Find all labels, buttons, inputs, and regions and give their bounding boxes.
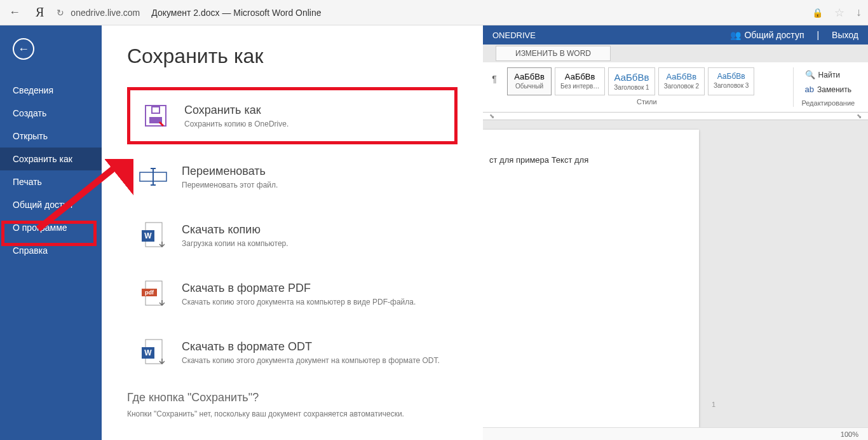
status-bar: 100%	[483, 427, 868, 440]
style-no-spacing[interactable]: АаБбВв Без интерв…	[555, 67, 605, 95]
style-heading2[interactable]: АаБбВв Заголовок 2	[658, 67, 705, 95]
save-icon	[137, 100, 175, 132]
refresh-icon[interactable]: ↻	[57, 8, 64, 18]
option-desc: Переименовать этот файл.	[182, 181, 278, 189]
option-download-pdf[interactable]: pdf Скачать в формате PDF Скачать копию …	[127, 268, 458, 320]
option-download-copy[interactable]: W Скачать копию Загрузка копии на компью…	[127, 209, 458, 261]
page-title-text: Документ 2.docx — Microsoft Word Online	[151, 8, 321, 18]
document-page[interactable]: ст для примера Текст для	[483, 130, 699, 427]
option-title: Сохранить как	[184, 104, 288, 117]
svg-text:W: W	[144, 348, 152, 357]
option-desc: Скачать копию этого документа документ н…	[182, 356, 440, 365]
download-icon[interactable]: ↓	[856, 6, 862, 19]
share-button[interactable]: 👥 Общий доступ	[730, 30, 804, 40]
menu-item-info[interactable]: Сведения	[0, 79, 102, 102]
where-save-desc: Кнопки "Сохранить" нет, поскольку ваш до…	[127, 409, 458, 418]
style-heading3[interactable]: АаБбВв Заголовок 3	[708, 67, 754, 95]
lock-icon: 🔒	[812, 8, 823, 18]
document-area: ст для примера Текст для 1	[483, 120, 868, 427]
pdf-doc-icon: pdf	[134, 278, 172, 310]
menu-item-create[interactable]: Создать	[0, 102, 102, 125]
url-text[interactable]: onedrive.live.com	[71, 8, 140, 18]
option-title: Скачать в формате ODT	[182, 340, 440, 354]
menu-item-open[interactable]: Открыть	[0, 125, 102, 148]
style-normal[interactable]: АаБбВв Обычный	[507, 67, 552, 95]
rename-icon	[134, 161, 172, 193]
logout-link[interactable]: Выход	[832, 30, 858, 40]
edit-in-word-button[interactable]: ИЗМЕНИТЬ В WORD	[496, 46, 611, 61]
option-download-odt[interactable]: W Скачать в формате ODT Скачать копию эт…	[127, 326, 458, 378]
ribbon: ¶ АаБбВв Обычный АаБбВв Без интерв… АаБб…	[483, 62, 868, 113]
backstage-content: Сохранить как Сохранить как Сохранить ко…	[102, 25, 483, 440]
yandex-logo[interactable]: Я	[29, 5, 50, 20]
editing-label: Редактирование	[801, 97, 855, 107]
search-icon: 🔍	[805, 70, 815, 79]
option-save-as[interactable]: Сохранить как Сохранить копию в OneDrive…	[127, 87, 458, 144]
backstage-sidebar: ← Сведения Создать Открыть Сохранить как…	[0, 25, 102, 440]
onedrive-label[interactable]: ONEDRIVE	[492, 31, 536, 40]
option-desc: Скачать копию этого документа на компьют…	[182, 298, 416, 306]
word-header: ONEDRIVE 👥 Общий доступ | Выход	[483, 25, 868, 45]
document-text: ст для примера Текст для	[489, 155, 686, 165]
zoom-level[interactable]: 100%	[841, 430, 858, 438]
option-title: Скачать копию	[182, 223, 288, 237]
backstage-title: Сохранить как	[127, 45, 458, 68]
menu-item-help[interactable]: Справка	[0, 239, 102, 262]
svg-text:pdf: pdf	[145, 289, 154, 296]
menu-item-about[interactable]: О программе	[0, 216, 102, 239]
menu-item-save-as[interactable]: Сохранить как	[0, 148, 102, 170]
find-button[interactable]: 🔍 Найти	[801, 67, 855, 82]
word-subheader: ИЗМЕНИТЬ В WORD	[483, 45, 868, 62]
svg-text:W: W	[144, 231, 152, 240]
menu-item-print[interactable]: Печать	[0, 170, 102, 193]
browser-address-bar: ← Я ↻ onedrive.live.com Документ 2.docx …	[0, 0, 868, 25]
option-title: Переименовать	[182, 165, 278, 178]
option-title: Скачать в формате PDF	[182, 282, 416, 295]
share-icon: 👥	[730, 30, 741, 40]
where-save-title: Где кнопка "Сохранить"?	[127, 391, 458, 404]
option-desc: Загрузка копии на компьютер.	[182, 239, 288, 248]
odt-doc-icon: W	[134, 336, 172, 368]
word-doc-icon: W	[134, 219, 172, 251]
styles-label: Стили	[507, 95, 787, 106]
back-button[interactable]: ←	[13, 38, 34, 60]
option-desc: Сохранить копию в OneDrive.	[184, 120, 288, 128]
expand-icon[interactable]: ⬊	[857, 113, 862, 120]
svg-rect-2	[152, 107, 159, 113]
menu-item-share[interactable]: Общий доступ	[0, 193, 102, 216]
paragraph-mark-icon[interactable]: ¶	[488, 67, 501, 107]
back-arrow-icon[interactable]: ←	[6, 3, 23, 22]
replace-button[interactable]: ab Заменить	[801, 82, 855, 97]
page-number: 1	[712, 401, 715, 408]
replace-icon: ab	[805, 85, 814, 94]
word-app-panel: ONEDRIVE 👥 Общий доступ | Выход ИЗМЕНИТЬ…	[483, 25, 868, 440]
bookmark-star-icon[interactable]: ☆	[834, 6, 844, 20]
style-heading1[interactable]: АаБбВв Заголовок 1	[608, 67, 654, 95]
option-rename[interactable]: Переименовать Переименовать этот файл.	[127, 151, 458, 203]
expand-icon[interactable]: ⬊	[489, 113, 494, 120]
